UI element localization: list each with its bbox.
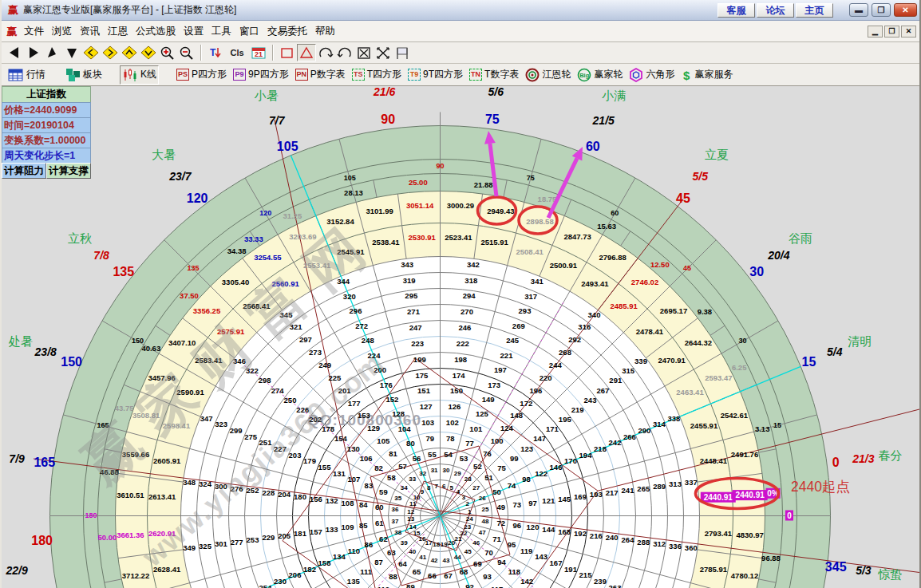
- menu-item-7[interactable]: 窗口: [236, 22, 263, 41]
- svg-text:320: 320: [343, 292, 356, 301]
- home-button[interactable]: 主页: [796, 3, 833, 18]
- gann-wheel-chart[interactable]: QQ:1008003601234567891011121314151617181…: [2, 86, 921, 588]
- menu-item-3[interactable]: 江恩: [105, 22, 131, 41]
- pointer-down-button[interactable]: [62, 44, 81, 61]
- arrow-left-button[interactable]: [5, 44, 24, 61]
- svg-text:2542.61: 2542.61: [721, 411, 749, 420]
- svg-text:291: 291: [609, 376, 623, 385]
- gann-tool-行情[interactable]: 行情: [6, 65, 48, 85]
- svg-text:60: 60: [611, 209, 619, 217]
- restore-button[interactable]: ❐: [872, 3, 891, 17]
- minimize-button[interactable]: ▬: [849, 3, 868, 17]
- calendar-21-button[interactable]: 21: [249, 44, 268, 61]
- arc-cw-icon: [318, 45, 334, 60]
- svg-text:34: 34: [401, 484, 408, 491]
- svg-text:79: 79: [426, 434, 435, 443]
- arc-ccw-button[interactable]: [335, 44, 354, 61]
- svg-text:96: 96: [512, 521, 521, 530]
- svg-text:7: 7: [434, 483, 438, 490]
- gann-tool-label: 赢家轮: [594, 68, 623, 81]
- move-cross-button[interactable]: [374, 44, 393, 61]
- menu-item-4[interactable]: 公式选股: [132, 22, 179, 41]
- svg-text:0: 0: [787, 511, 792, 520]
- svg-text:45: 45: [464, 548, 472, 555]
- gann-tool-江恩轮[interactable]: 江恩轮: [523, 65, 573, 85]
- gann-tool-T数字表[interactable]: TNT数字表: [467, 65, 521, 85]
- menu-item-9[interactable]: 帮助: [312, 22, 338, 41]
- svg-text:56: 56: [413, 454, 421, 463]
- calc-support-button[interactable]: 计算支撑: [46, 163, 91, 179]
- candles-icon: [122, 68, 138, 82]
- arc-cw-button[interactable]: [316, 44, 335, 61]
- gann-tool-K线[interactable]: K线: [120, 65, 159, 85]
- close-button[interactable]: ✕: [894, 3, 917, 17]
- arc-ccw-icon: [337, 45, 353, 60]
- forum-button[interactable]: 论坛: [757, 3, 794, 18]
- svg-text:274: 274: [271, 386, 285, 395]
- child-window-icon[interactable]: 赢: [5, 25, 19, 38]
- gann-tool-9P四方形[interactable]: P99P四方形: [231, 65, 291, 85]
- cls-button[interactable]: Cls: [225, 44, 249, 61]
- gann-tool-板块[interactable]: 板块: [63, 65, 105, 85]
- gann-tool-P数字表[interactable]: PNP数字表: [293, 65, 348, 85]
- zoom-out-button[interactable]: [177, 44, 196, 61]
- diamond-left-button[interactable]: [81, 44, 101, 61]
- diamond-down-button[interactable]: [139, 44, 158, 61]
- menu-item-5[interactable]: 设置: [180, 22, 207, 41]
- gann-tool-P四方形[interactable]: PSP四方形: [174, 65, 229, 85]
- gann-tool-9T四方形[interactable]: T99T四方形: [405, 65, 465, 85]
- svg-text:122: 122: [535, 469, 547, 478]
- sort-time-button[interactable]: T: [206, 44, 225, 61]
- calc-resistance-button[interactable]: 计算阻力: [2, 163, 46, 179]
- svg-text:1: 1: [468, 508, 472, 515]
- triangle-tool-button[interactable]: [297, 44, 316, 61]
- svg-text:28: 28: [464, 476, 472, 483]
- pointer-down-icon: [64, 45, 80, 60]
- diamond-up-button[interactable]: [120, 44, 139, 61]
- svg-text:5: 5: [449, 484, 453, 491]
- svg-text:87: 87: [374, 558, 383, 566]
- svg-text:2746.02: 2746.02: [631, 278, 658, 286]
- child-minimize-button[interactable]: ▁: [868, 26, 883, 37]
- svg-text:55: 55: [428, 450, 437, 459]
- svg-text:149: 149: [482, 395, 495, 404]
- diamond-right-button[interactable]: [101, 44, 120, 61]
- menu-item-6[interactable]: 工具: [208, 22, 235, 41]
- pointer-upleft-button[interactable]: [43, 44, 62, 61]
- svg-text:清明: 清明: [848, 334, 872, 348]
- gann-tool-赢家轮[interactable]: Big赢家轮: [575, 65, 625, 85]
- svg-text:150: 150: [450, 386, 463, 395]
- child-restore-button[interactable]: ❐: [884, 26, 899, 37]
- menu-item-0[interactable]: 文件: [21, 22, 47, 41]
- flag-tool-button[interactable]: [393, 44, 412, 61]
- menu-item-8[interactable]: 交易委托: [264, 22, 310, 41]
- svg-text:175: 175: [415, 371, 429, 380]
- svg-text:61: 61: [375, 519, 384, 527]
- svg-text:133: 133: [326, 525, 338, 534]
- rect-tool-button[interactable]: [278, 44, 297, 61]
- menu-item-2[interactable]: 资讯: [77, 22, 103, 41]
- stock-info-panel: 上证指数 价格=2440.9099时间=20190104变换系数=1.00000…: [2, 86, 91, 179]
- gann-tool-T四方形[interactable]: TST四方形: [350, 65, 404, 85]
- box-x-button[interactable]: [354, 44, 374, 61]
- svg-text:2796.88: 2796.88: [599, 253, 626, 262]
- svg-text:2440.91: 2440.91: [704, 493, 733, 502]
- calendar-21-icon: 21: [251, 45, 267, 60]
- svg-text:3712.22: 3712.22: [122, 571, 149, 580]
- gann-tool-赢家服务[interactable]: $赢家服务: [678, 65, 735, 85]
- child-close-button[interactable]: ✕: [901, 26, 916, 37]
- gann-tool-label: 六角形: [646, 68, 674, 81]
- svg-text:239: 239: [594, 577, 607, 586]
- svg-text:7/8: 7/8: [93, 249, 109, 262]
- svg-text:121: 121: [542, 496, 555, 505]
- arrow-right-button[interactable]: [24, 44, 43, 61]
- svg-text:84: 84: [359, 500, 368, 509]
- svg-text:165: 165: [34, 456, 55, 469]
- svg-text:50: 50: [492, 487, 501, 496]
- zoom-in-button[interactable]: [158, 44, 177, 61]
- menu-item-1[interactable]: 浏览: [49, 22, 75, 41]
- svg-text:31: 31: [431, 467, 438, 474]
- service-button[interactable]: 客服: [717, 3, 755, 18]
- svg-text:135: 135: [347, 577, 361, 586]
- gann-tool-六角形[interactable]: 六角形: [627, 65, 677, 85]
